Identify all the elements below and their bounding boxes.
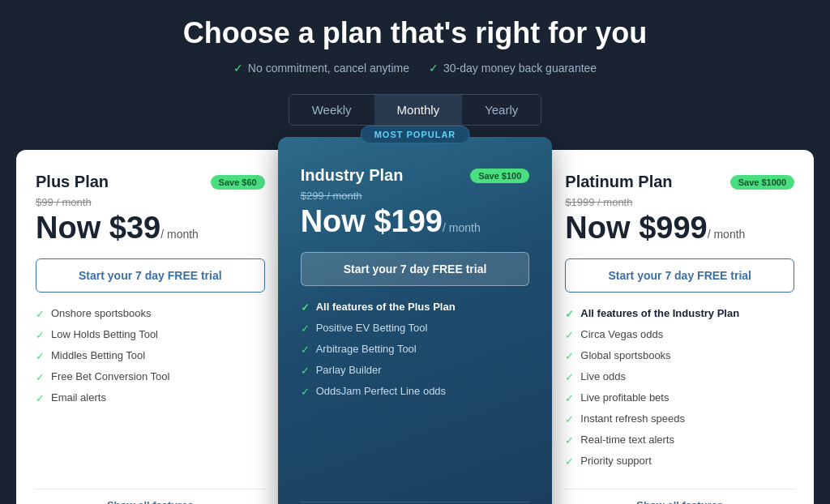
industry-features-list: ✓All features of the Plus Plan ✓Positive…	[301, 301, 530, 489]
feat-check-icon: ✓	[565, 350, 574, 362]
platinum-plan-header: Platinum Plan Save $1000	[565, 173, 794, 191]
platinum-price-suffix: / month	[708, 228, 746, 241]
feat-check-icon: ✓	[565, 329, 574, 341]
industry-save-badge: Save $100	[470, 169, 529, 183]
plus-features-list: ✓Onshore sportsbooks ✓Low Holds Betting …	[36, 307, 265, 476]
platinum-feature-6: ✓Instant refresh speeds	[565, 412, 794, 425]
industry-price-suffix: / month	[443, 221, 481, 234]
industry-current-price: Now $199/ month	[301, 205, 530, 239]
feat-check-icon: ✓	[36, 308, 45, 320]
industry-plan-card: MOST POPULAR Industry Plan Save $100 $29…	[278, 137, 553, 504]
plus-show-all-link[interactable]: Show all features	[36, 489, 265, 504]
platinum-original-price: $1999 / month	[565, 196, 794, 208]
guarantee-1: ✓ No commitment, cancel anytime	[233, 62, 409, 75]
page-title: Choose a plan that's right for you	[183, 16, 648, 50]
feat-check-icon: ✓	[565, 308, 574, 320]
plus-plan-name: Plus Plan	[36, 173, 109, 191]
guarantee-text-1: No commitment, cancel anytime	[248, 62, 409, 75]
platinum-show-all-link[interactable]: Show all features	[565, 489, 794, 504]
industry-feature-3: ✓Arbitrage Betting Tool	[301, 343, 530, 356]
plus-plan-card: Plus Plan Save $60 $99 / month Now $39/ …	[16, 150, 285, 504]
industry-original-price: $299 / month	[301, 190, 530, 202]
platinum-save-badge: Save $1000	[730, 175, 794, 190]
plus-feature-1: ✓Onshore sportsbooks	[36, 307, 265, 320]
plus-price-suffix: / month	[160, 228, 199, 241]
plus-save-badge: Save $60	[211, 175, 265, 190]
feat-check-icon: ✓	[565, 413, 574, 425]
guarantee-check-icon-2: ✓	[429, 62, 439, 75]
feat-check-icon: ✓	[565, 434, 574, 446]
guarantees-row: ✓ No commitment, cancel anytime ✓ 30-day…	[233, 62, 597, 75]
billing-toggle: Weekly Monthly Yearly	[289, 94, 542, 126]
feat-check-icon: ✓	[301, 301, 310, 314]
industry-feature-1: ✓All features of the Plus Plan	[301, 301, 530, 314]
plus-price-amount: $39	[109, 211, 160, 245]
guarantee-text-2: 30-day money back guarantee	[443, 62, 597, 75]
platinum-plan-name: Platinum Plan	[565, 173, 672, 191]
platinum-feature-5: ✓Live profitable bets	[565, 391, 794, 404]
platinum-trial-btn[interactable]: Start your 7 day FREE trial	[565, 258, 794, 293]
plus-original-price: $99 / month	[36, 196, 265, 208]
industry-price-amount: $199	[374, 204, 443, 238]
feat-check-icon: ✓	[301, 386, 310, 398]
platinum-price-prefix: Now	[565, 211, 639, 245]
feat-check-icon: ✓	[36, 371, 45, 383]
feat-check-icon: ✓	[565, 392, 574, 404]
platinum-feature-2: ✓Circa Vegas odds	[565, 328, 794, 341]
billing-weekly-btn[interactable]: Weekly	[289, 95, 374, 125]
plus-current-price: Now $39/ month	[36, 211, 265, 246]
most-popular-badge: MOST POPULAR	[361, 126, 470, 143]
feat-check-icon: ✓	[565, 455, 574, 468]
industry-plan-header: Industry Plan Save $100	[301, 166, 530, 185]
plus-trial-btn[interactable]: Start your 7 day FREE trial	[36, 258, 265, 293]
industry-plan-name: Industry Plan	[301, 166, 404, 185]
industry-feature-2: ✓Positive EV Betting Tool	[301, 322, 530, 335]
guarantee-check-icon-1: ✓	[233, 62, 243, 75]
feat-check-icon: ✓	[36, 329, 45, 341]
plans-container: Plus Plan Save $60 $99 / month Now $39/ …	[16, 150, 814, 504]
plus-feature-2: ✓Low Holds Betting Tool	[36, 328, 265, 341]
plus-plan-header: Plus Plan Save $60	[36, 173, 265, 191]
billing-yearly-btn[interactable]: Yearly	[462, 95, 541, 125]
platinum-current-price: Now $999/ month	[565, 211, 794, 246]
industry-feature-5: ✓OddsJam Perfect Line odds	[301, 385, 530, 398]
plus-feature-5: ✓Email alerts	[36, 391, 265, 404]
platinum-feature-3: ✓Global sportsbooks	[565, 349, 794, 362]
industry-feature-4: ✓Parlay Builder	[301, 364, 530, 377]
feat-check-icon: ✓	[565, 371, 574, 383]
feat-check-icon: ✓	[36, 350, 45, 362]
billing-monthly-btn[interactable]: Monthly	[374, 95, 463, 125]
platinum-feature-7: ✓Real-time text alerts	[565, 434, 794, 446]
platinum-feature-8: ✓Priority support	[565, 455, 794, 468]
platinum-plan-card: Platinum Plan Save $1000 $1999 / month N…	[545, 150, 814, 504]
feat-check-icon: ✓	[301, 365, 310, 377]
platinum-price-amount: $999	[639, 211, 708, 245]
platinum-feature-4: ✓Live odds	[565, 370, 794, 383]
plus-feature-3: ✓Middles Betting Tool	[36, 349, 265, 362]
industry-trial-btn[interactable]: Start your 7 day FREE trial	[301, 252, 530, 286]
platinum-features-list: ✓All features of the Industry Plan ✓Circ…	[565, 307, 794, 476]
feat-check-icon: ✓	[301, 344, 310, 356]
guarantee-2: ✓ 30-day money back guarantee	[429, 62, 597, 75]
platinum-feature-1: ✓All features of the Industry Plan	[565, 307, 794, 320]
plus-feature-4: ✓Free Bet Conversion Tool	[36, 370, 265, 383]
industry-price-prefix: Now	[301, 204, 374, 238]
plus-price-prefix: Now	[36, 211, 109, 245]
feat-check-icon: ✓	[301, 322, 310, 335]
feat-check-icon: ✓	[36, 392, 45, 404]
